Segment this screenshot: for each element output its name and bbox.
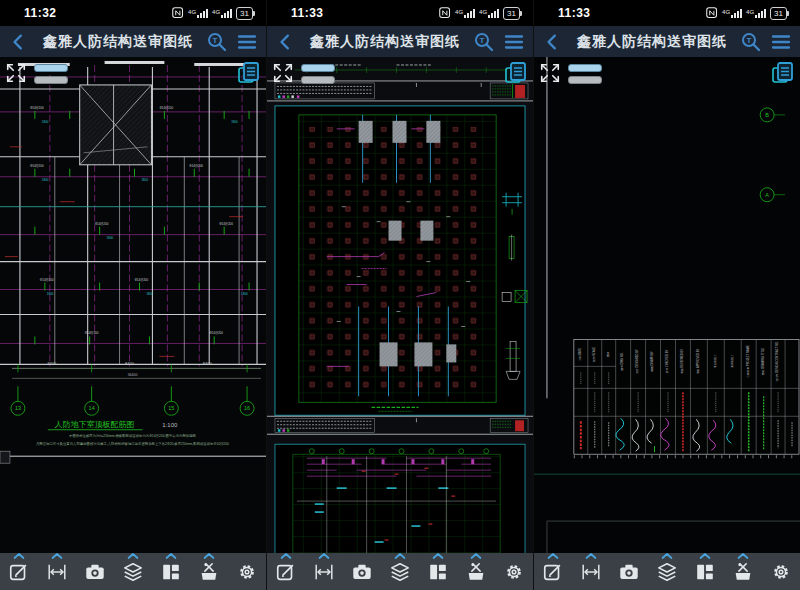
phone-screen-1: 11:32 4G 4G 31 鑫雅人防结构送审图纸 T	[0, 0, 266, 590]
gear-icon	[236, 561, 258, 583]
layout-button[interactable]	[423, 557, 453, 587]
scale-slider[interactable]	[34, 62, 68, 84]
chevron-up-icon	[319, 553, 330, 559]
back-button[interactable]	[540, 30, 566, 54]
svg-text:设计 DESIGNED BY: 设计 DESIGNED BY	[635, 349, 639, 374]
settings-button[interactable]	[232, 557, 262, 587]
layers-button[interactable]	[385, 557, 415, 587]
svg-text:1800: 1800	[141, 178, 148, 182]
fullscreen-button[interactable]	[539, 62, 561, 88]
toolkit-button[interactable]	[194, 557, 224, 587]
menu-button[interactable]	[234, 30, 260, 54]
layers-button[interactable]	[118, 557, 148, 587]
layout-button[interactable]	[690, 557, 720, 587]
sheet-list-button[interactable]	[769, 72, 795, 89]
svg-text:Φ14@200: Φ14@200	[40, 278, 54, 282]
toolkit-icon	[732, 561, 754, 583]
svg-text:工程名称 PROJECT NAME: 工程名称 PROJECT NAME	[746, 345, 750, 378]
search-button[interactable]: T	[738, 30, 764, 54]
chevron-up-icon	[166, 553, 177, 559]
measure-button[interactable]	[576, 557, 606, 587]
scale-slider[interactable]	[568, 62, 602, 84]
toolkit-icon	[198, 561, 220, 583]
measure-button[interactable]	[309, 557, 339, 587]
back-button[interactable]	[6, 30, 32, 54]
svg-text:设计号 DESIGN CONTRACT NO.: 设计号 DESIGN CONTRACT NO.	[775, 341, 779, 382]
camera-icon	[351, 561, 373, 583]
toolkit-button[interactable]	[461, 557, 491, 587]
phone-screen-3: 11:33 4G 4G 31 鑫雅人防结构送审图纸 T B	[533, 0, 800, 590]
back-button[interactable]	[273, 30, 299, 54]
svg-text:A: A	[765, 192, 769, 198]
scale-slider-track[interactable]	[34, 76, 68, 84]
menu-button[interactable]	[501, 30, 527, 54]
svg-text:T: T	[213, 36, 218, 45]
layout-button[interactable]	[156, 557, 186, 587]
signal-icon-sim2: 4G	[746, 9, 766, 18]
scale-slider-active[interactable]	[568, 64, 602, 72]
status-icons: 4G 4G 31	[172, 7, 256, 20]
clock: 11:32	[10, 6, 57, 20]
fullscreen-button[interactable]	[5, 62, 27, 88]
svg-text:Φ14@200: Φ14@200	[159, 106, 173, 110]
scale-slider-active[interactable]	[301, 64, 335, 72]
status-icons: 4G 4G 31	[439, 7, 523, 20]
sheet-list-button[interactable]	[502, 72, 528, 89]
scale-slider[interactable]	[301, 62, 335, 84]
layers-button[interactable]	[652, 557, 682, 587]
svg-text:14: 14	[89, 405, 95, 411]
gear-icon	[770, 561, 792, 583]
sheet1-note1: 本图所标注板厚均为h=250mm,楼板配筋双层双向均为Φ14@200,图中表示为…	[69, 433, 196, 438]
measure-button[interactable]	[42, 557, 72, 587]
camera-button[interactable]	[614, 557, 644, 587]
svg-text:图名 DRAWING TITLE: 图名 DRAWING TITLE	[761, 348, 765, 375]
layout-icon	[427, 561, 449, 583]
bottom-toolbar-3	[534, 553, 800, 590]
title-bar-1: 鑫雅人防结构送审图纸 T	[0, 26, 266, 57]
chevron-up-icon	[662, 553, 673, 559]
hamburger-icon	[504, 32, 524, 52]
search-icon: T	[740, 31, 762, 53]
cad-viewport-2[interactable]	[267, 57, 533, 553]
svg-text:13: 13	[15, 405, 21, 411]
nfc-icon	[706, 7, 718, 19]
edit-button[interactable]	[271, 557, 301, 587]
scale-slider-track[interactable]	[568, 76, 602, 84]
cad-viewport-1[interactable]: Φ14@200Φ14@200 Φ14@200Φ14@200 Φ14@200Φ14…	[0, 57, 266, 553]
chevron-up-icon	[52, 553, 63, 559]
svg-text:15: 15	[168, 405, 174, 411]
svg-text:图别: 图别	[606, 351, 610, 357]
menu-button[interactable]	[768, 30, 794, 54]
fullscreen-button[interactable]	[272, 62, 294, 88]
svg-text:Φ14@200: Φ14@200	[30, 106, 44, 110]
svg-text:Φ14@200: Φ14@200	[95, 222, 109, 226]
toolkit-button[interactable]	[728, 557, 758, 587]
camera-button[interactable]	[80, 557, 110, 587]
scale-slider-active[interactable]	[34, 64, 68, 72]
edit-icon	[542, 561, 564, 583]
settings-button[interactable]	[766, 557, 796, 587]
search-button[interactable]: T	[204, 30, 230, 54]
layers-icon	[389, 561, 411, 583]
red-stamp	[515, 420, 524, 431]
edit-button[interactable]	[538, 557, 568, 587]
status-icons: 4G 4G 31	[706, 7, 790, 20]
toolkit-icon	[465, 561, 487, 583]
status-bar-2: 11:33 4G 4G 31	[267, 0, 533, 26]
chevron-up-icon	[471, 553, 482, 559]
pile-plan-sheet	[275, 106, 527, 415]
second-sheet-fragment	[275, 444, 525, 553]
camera-button[interactable]	[347, 557, 377, 587]
search-icon: T	[473, 31, 495, 53]
layout-icon	[694, 561, 716, 583]
scale-slider-track[interactable]	[301, 76, 335, 84]
bottom-toolbar-1	[0, 553, 266, 590]
chevron-up-icon	[433, 553, 444, 559]
cad-viewport-3[interactable]: B A	[534, 57, 800, 553]
svg-text:56400: 56400	[128, 373, 138, 377]
nfc-icon	[439, 7, 451, 19]
settings-button[interactable]	[499, 557, 529, 587]
sheet-list-button[interactable]	[235, 72, 261, 89]
search-button[interactable]: T	[471, 30, 497, 54]
edit-button[interactable]	[4, 557, 34, 587]
